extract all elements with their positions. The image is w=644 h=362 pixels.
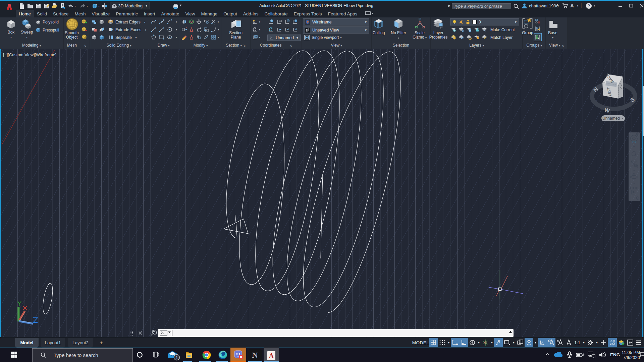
svg-text:2D: 2D [632,140,636,144]
svg-text:W: W [604,107,611,114]
svg-text:3: 3 [295,27,297,31]
svg-text:1: 1 [176,355,178,360]
svg-text:Z: Z [287,27,289,31]
svg-text:?: ? [588,4,590,8]
